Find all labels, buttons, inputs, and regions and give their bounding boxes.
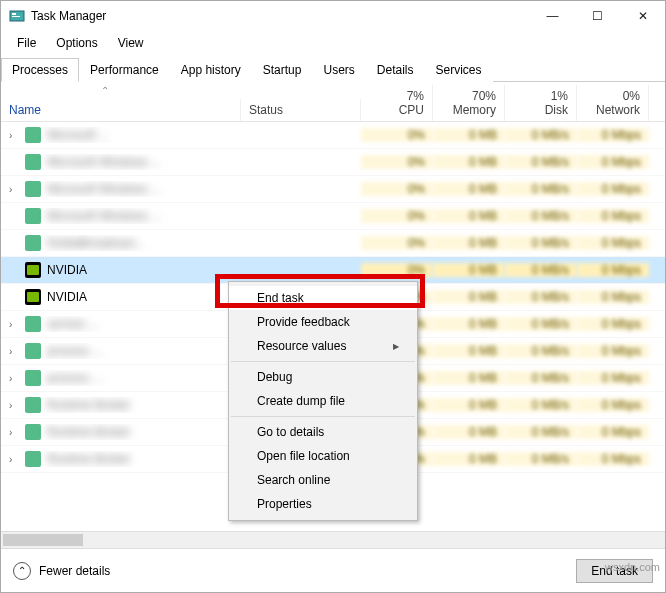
horizontal-scrollbar[interactable] xyxy=(1,531,665,548)
context-menu-item[interactable]: Open file location xyxy=(229,444,417,468)
context-menu-item-label: Properties xyxy=(257,497,312,511)
context-menu-item-label: Open file location xyxy=(257,449,350,463)
cell-network: 0 Mbps xyxy=(577,155,649,169)
expand-icon[interactable]: › xyxy=(9,346,19,357)
cell-disk: 0 MB/s xyxy=(505,128,577,142)
process-icon xyxy=(25,397,41,413)
minimize-button[interactable]: — xyxy=(530,1,575,31)
cell-memory: 0 MB xyxy=(433,155,505,169)
expand-icon[interactable]: › xyxy=(9,427,19,438)
context-menu-item[interactable]: Search online xyxy=(229,468,417,492)
header-name[interactable]: ⌃ Name xyxy=(1,99,241,121)
cell-name: NvidiaBroadcast... xyxy=(1,235,241,251)
header-memory[interactable]: 70% Memory xyxy=(433,85,505,121)
cell-network: 0 Mbps xyxy=(577,344,649,358)
process-name: Microsoft Windows ... xyxy=(47,209,161,223)
expand-icon[interactable]: › xyxy=(9,400,19,411)
scrollbar-thumb[interactable] xyxy=(3,534,83,546)
submenu-arrow-icon: ▶ xyxy=(393,342,399,351)
table-row[interactable]: NvidiaBroadcast...0%0 MB0 MB/s0 Mbps xyxy=(1,230,665,257)
process-icon xyxy=(25,424,41,440)
window-buttons: — ☐ ✕ xyxy=(530,1,665,31)
tab-startup[interactable]: Startup xyxy=(252,58,313,82)
cell-name: NVIDIA xyxy=(1,262,241,278)
menu-separator xyxy=(231,361,415,362)
header-disk-label: Disk xyxy=(513,103,568,117)
sort-indicator-icon: ⌃ xyxy=(101,85,109,96)
expand-icon[interactable]: › xyxy=(9,373,19,384)
menu-options[interactable]: Options xyxy=(46,33,107,53)
tab-details[interactable]: Details xyxy=(366,58,425,82)
expand-icon[interactable]: › xyxy=(9,130,19,141)
cell-memory: 0 MB xyxy=(433,209,505,223)
cell-name: NVIDIA xyxy=(1,289,241,305)
cell-disk: 0 MB/s xyxy=(505,398,577,412)
context-menu-item[interactable]: Create dump file xyxy=(229,389,417,413)
process-icon xyxy=(25,370,41,386)
process-name: Runtime Broker xyxy=(47,425,130,439)
expand-icon[interactable]: › xyxy=(9,454,19,465)
tab-services[interactable]: Services xyxy=(425,58,493,82)
cell-network: 0 Mbps xyxy=(577,317,649,331)
cell-memory: 0 MB xyxy=(433,290,505,304)
cell-disk: 0 MB/s xyxy=(505,155,577,169)
cell-memory: 0 MB xyxy=(433,425,505,439)
cell-cpu: 0% xyxy=(361,182,433,196)
process-name: Microsoft Windows ... xyxy=(47,182,161,196)
titlebar: Task Manager — ☐ ✕ xyxy=(1,1,665,31)
process-name: process ... xyxy=(47,371,102,385)
process-name: NVIDIA xyxy=(47,263,87,277)
cell-name: ›Runtime Broker xyxy=(1,397,241,413)
table-row[interactable]: NVIDIA0%0 MB0 MB/s0 Mbps xyxy=(1,257,665,284)
header-network-label: Network xyxy=(585,103,640,117)
expand-icon[interactable]: › xyxy=(9,184,19,195)
context-menu-item[interactable]: End task xyxy=(229,286,417,310)
maximize-button[interactable]: ☐ xyxy=(575,1,620,31)
svg-rect-1 xyxy=(12,13,16,15)
process-name: process ... xyxy=(47,344,102,358)
cell-network: 0 Mbps xyxy=(577,452,649,466)
process-icon xyxy=(25,289,41,305)
process-name: NVIDIA xyxy=(47,290,87,304)
context-menu-item[interactable]: Resource values▶ xyxy=(229,334,417,358)
cell-network: 0 Mbps xyxy=(577,398,649,412)
process-name: Runtime Broker xyxy=(47,452,130,466)
window-title: Task Manager xyxy=(31,9,530,23)
context-menu: End taskProvide feedbackResource values▶… xyxy=(228,281,418,521)
table-row[interactable]: Microsoft Windows ...0%0 MB0 MB/s0 Mbps xyxy=(1,203,665,230)
header-disk[interactable]: 1% Disk xyxy=(505,85,577,121)
svg-rect-2 xyxy=(12,16,20,17)
cell-network: 0 Mbps xyxy=(577,209,649,223)
close-button[interactable]: ✕ xyxy=(620,1,665,31)
tab-app-history[interactable]: App history xyxy=(170,58,252,82)
table-row[interactable]: Microsoft Windows ...0%0 MB0 MB/s0 Mbps xyxy=(1,149,665,176)
tab-users[interactable]: Users xyxy=(312,58,365,82)
cell-cpu: 0% xyxy=(361,236,433,250)
header-cpu-label: CPU xyxy=(369,103,424,117)
menu-view[interactable]: View xyxy=(108,33,154,53)
fewer-details-button[interactable]: ⌃ Fewer details xyxy=(13,562,110,580)
header-network[interactable]: 0% Network xyxy=(577,85,649,121)
cell-cpu: 0% xyxy=(361,209,433,223)
tab-processes[interactable]: Processes xyxy=(1,58,79,82)
header-cpu-pct: 7% xyxy=(369,89,424,103)
context-menu-item[interactable]: Provide feedback xyxy=(229,310,417,334)
context-menu-item[interactable]: Properties xyxy=(229,492,417,516)
cell-memory: 0 MB xyxy=(433,452,505,466)
process-name: Microsoft ... xyxy=(47,128,109,142)
menu-file[interactable]: File xyxy=(7,33,46,53)
cell-memory: 0 MB xyxy=(433,128,505,142)
header-cpu[interactable]: 7% CPU xyxy=(361,85,433,121)
table-row[interactable]: ›Microsoft ...0%0 MB0 MB/s0 Mbps xyxy=(1,122,665,149)
cell-name: Microsoft Windows ... xyxy=(1,154,241,170)
app-icon xyxy=(9,8,25,24)
cell-disk: 0 MB/s xyxy=(505,236,577,250)
context-menu-item[interactable]: Go to details xyxy=(229,420,417,444)
expand-icon[interactable]: › xyxy=(9,319,19,330)
context-menu-item-label: Debug xyxy=(257,370,292,384)
column-headers: ⌃ Name Status 7% CPU 70% Memory 1% Disk … xyxy=(1,82,665,122)
table-row[interactable]: ›Microsoft Windows ...0%0 MB0 MB/s0 Mbps xyxy=(1,176,665,203)
header-status[interactable]: Status xyxy=(241,99,361,121)
context-menu-item[interactable]: Debug xyxy=(229,365,417,389)
tab-performance[interactable]: Performance xyxy=(79,58,170,82)
